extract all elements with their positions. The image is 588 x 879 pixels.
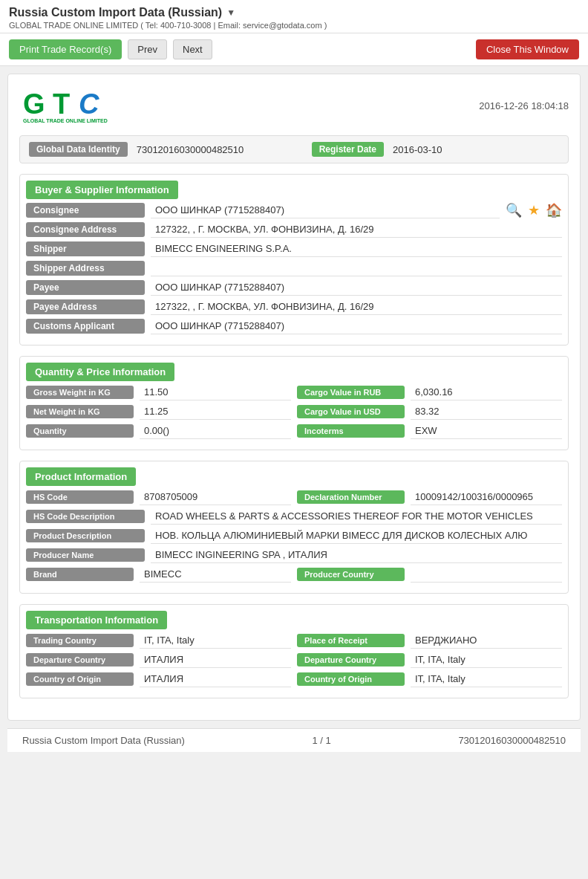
- transportation-section: Transportation Information Trading Count…: [19, 604, 569, 698]
- country-of-origin-left-value: ИТАЛИЯ: [140, 671, 291, 687]
- hs-code-desc-row: HS Code Description ROAD WHEELS & PARTS …: [26, 508, 562, 525]
- quantity-label: Quantity: [26, 424, 134, 438]
- global-data-identity-label: Global Data Identity: [29, 142, 128, 157]
- brand-producer-country-row: Brand BIMECC Producer Country: [26, 566, 562, 583]
- payee-label: Payee: [26, 280, 145, 295]
- gross-weight-label: Gross Weight in KG: [26, 386, 134, 399]
- shipper-value: BIMECC ENGINEERING S.P.A.: [151, 241, 562, 257]
- record-header: G T C GLOBAL TRADE ONLINE LIMITED 2016-1…: [19, 85, 569, 126]
- identity-row: Global Data Identity 7301201603000048251…: [19, 135, 569, 163]
- footer-right: 73012016030000482510: [458, 735, 566, 746]
- country-origin-row: Country of Origin ИТАЛИЯ Country of Orig…: [26, 671, 562, 687]
- gross-cargo-rub-row: Gross Weight in KG 11.50 Cargo Value in …: [26, 384, 562, 400]
- svg-text:T: T: [53, 88, 70, 120]
- print-button[interactable]: Print Trade Record(s): [9, 39, 122, 59]
- payee-address-value: 127322, , Г. МОСКВА, УЛ. ФОНВИЗИНА, Д. 1…: [151, 299, 562, 315]
- global-data-identity-value: 73012016030000482510: [137, 144, 303, 155]
- shipper-label: Shipper: [26, 241, 145, 256]
- product-desc-row: Product Description НОВ. КОЛЬЦА АЛЮМИНИЕ…: [26, 528, 562, 544]
- logo-area: G T C GLOBAL TRADE ONLINE LIMITED: [19, 85, 108, 126]
- departure-country-left-label: Departure Country: [26, 653, 134, 666]
- producer-country-label: Producer Country: [297, 568, 405, 581]
- trading-country-value: IT, ITA, Italy: [140, 632, 291, 649]
- product-title: Product Information: [26, 467, 136, 486]
- shipper-row: Shipper BIMECC ENGINEERING S.P.A.: [26, 241, 562, 257]
- company-logo: G T C GLOBAL TRADE ONLINE LIMITED: [19, 85, 108, 126]
- consignee-address-value: 127322, , Г. МОСКВА, УЛ. ФОНВИЗИНА, Д. 1…: [151, 221, 562, 238]
- departure-country-row: Departure Country ИТАЛИЯ Departure Count…: [26, 652, 562, 668]
- brand-value: BIMECC: [140, 566, 291, 583]
- hs-code-label: HS Code: [26, 490, 134, 504]
- trading-receipt-row: Trading Country IT, ITA, Italy Place of …: [26, 632, 562, 649]
- quantity-price-title: Quantity & Price Information: [26, 363, 174, 381]
- consignee-icons: 🔍 ★ 🏠: [506, 202, 562, 218]
- page-title: Russia Custom Import Data (Russian) ▼: [9, 6, 579, 19]
- title-arrow[interactable]: ▼: [226, 7, 235, 18]
- country-of-origin-right-value: IT, ITA, Italy: [411, 671, 562, 687]
- producer-country-value: [411, 566, 562, 583]
- hs-code-desc-label: HS Code Description: [26, 510, 145, 523]
- departure-country-right-label: Departure Country: [297, 653, 405, 666]
- trading-country-label: Trading Country: [26, 634, 134, 647]
- payee-value: ООО ШИНКАР (7715288407): [151, 279, 562, 296]
- footer-left: Russia Custom Import Data (Russian): [22, 735, 185, 746]
- producer-name-label: Producer Name: [26, 548, 145, 562]
- buyer-supplier-section: Buyer & Supplier Information Consignee О…: [19, 174, 569, 346]
- country-of-origin-right-label: Country of Origin: [297, 672, 405, 686]
- hs-code-value: 8708705009: [140, 489, 291, 505]
- product-desc-label: Product Description: [26, 529, 145, 542]
- consignee-value: ООО ШИНКАР (7715288407): [151, 202, 500, 218]
- hs-code-desc-value: ROAD WHEELS & PARTS & ACCESSORIES THEREO…: [151, 508, 562, 525]
- customs-applicant-row: Customs Applicant ООО ШИНКАР (7715288407…: [26, 318, 562, 334]
- prev-button[interactable]: Prev: [128, 39, 167, 59]
- quantity-value: 0.00(): [140, 423, 291, 439]
- star-icon[interactable]: ★: [528, 202, 540, 218]
- title-text: Russia Custom Import Data (Russian): [9, 6, 222, 19]
- svg-text:G: G: [23, 88, 45, 120]
- product-section: Product Information HS Code 8708705009 D…: [19, 461, 569, 594]
- declaration-number-label: Declaration Number: [297, 490, 405, 504]
- page-header: Russia Custom Import Data (Russian) ▼ GL…: [0, 0, 588, 33]
- close-button[interactable]: Close This Window: [476, 39, 579, 59]
- next-button[interactable]: Next: [173, 39, 212, 59]
- consignee-label: Consignee: [26, 203, 145, 218]
- producer-name-value: BIMECC INGINEERING SPA , ИТАЛИЯ: [151, 547, 562, 563]
- country-of-origin-left-label: Country of Origin: [26, 672, 134, 686]
- hscode-declaration-row: HS Code 8708705009 Declaration Number 10…: [26, 489, 562, 505]
- payee-address-label: Payee Address: [26, 299, 145, 314]
- place-of-receipt-label: Place of Receipt: [297, 634, 405, 647]
- cargo-value-usd-value: 83.32: [411, 403, 562, 420]
- customs-applicant-value: ООО ШИНКАР (7715288407): [151, 318, 562, 334]
- svg-text:C: C: [79, 88, 99, 120]
- departure-country-right-value: IT, ITA, Italy: [411, 652, 562, 668]
- cargo-value-rub-value: 6,030.16: [411, 384, 562, 400]
- departure-country-left-value: ИТАЛИЯ: [140, 652, 291, 668]
- record-timestamp: 2016-12-26 18:04:18: [479, 100, 569, 111]
- search-icon[interactable]: 🔍: [506, 202, 522, 218]
- incoterms-label: Incoterms: [297, 424, 405, 438]
- cargo-value-rub-label: Cargo Value in RUB: [297, 386, 405, 399]
- shipper-address-value: [151, 260, 562, 276]
- consignee-address-row: Consignee Address 127322, , Г. МОСКВА, У…: [26, 221, 562, 238]
- shipper-address-row: Shipper Address: [26, 260, 562, 276]
- place-of-receipt-value: ВЕРДЖИАНО: [411, 632, 562, 649]
- consignee-address-label: Consignee Address: [26, 222, 145, 237]
- net-weight-label: Net Weight in KG: [26, 405, 134, 418]
- shipper-address-label: Shipper Address: [26, 261, 145, 276]
- buyer-supplier-title: Buyer & Supplier Information: [26, 181, 178, 199]
- toolbar: Print Trade Record(s) Prev Next Close Th…: [0, 33, 588, 66]
- footer-bar: Russia Custom Import Data (Russian) 1 / …: [7, 728, 581, 752]
- content-area: G T C GLOBAL TRADE ONLINE LIMITED 2016-1…: [7, 74, 581, 721]
- quantity-incoterms-row: Quantity 0.00() Incoterms EXW: [26, 423, 562, 439]
- home-icon[interactable]: 🏠: [546, 202, 562, 218]
- quantity-price-section: Quantity & Price Information Gross Weigh…: [19, 356, 569, 450]
- page-subtitle: GLOBAL TRADE ONLINE LIMITED ( Tel: 400-7…: [9, 21, 579, 30]
- producer-name-row: Producer Name BIMECC INGINEERING SPA , И…: [26, 547, 562, 563]
- incoterms-value: EXW: [411, 423, 562, 439]
- net-weight-value: 11.25: [140, 403, 291, 420]
- product-desc-value: НОВ. КОЛЬЦА АЛЮМИНИЕВЫЙ МАРКИ BIMECC ДЛЯ…: [151, 528, 562, 544]
- gross-weight-value: 11.50: [140, 384, 291, 400]
- consignee-row: Consignee ООО ШИНКАР (7715288407) 🔍 ★ 🏠: [26, 202, 562, 218]
- payee-row: Payee ООО ШИНКАР (7715288407): [26, 279, 562, 296]
- transportation-title: Transportation Information: [26, 611, 167, 629]
